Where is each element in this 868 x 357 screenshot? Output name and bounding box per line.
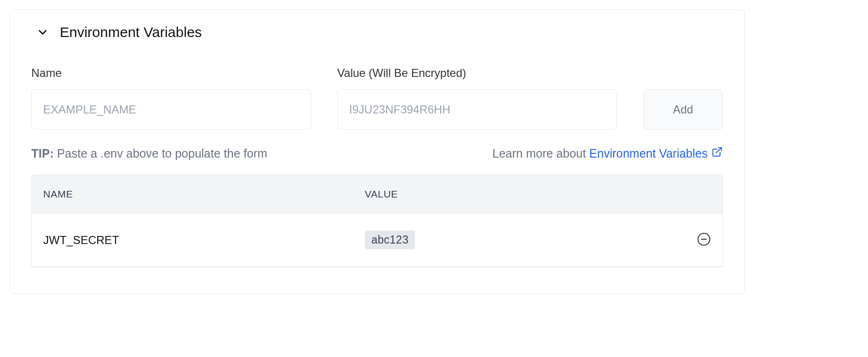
env-var-form-row: Name Value (Will Be Encrypted) Add bbox=[31, 66, 723, 130]
panel-header: Environment Variables bbox=[36, 24, 723, 40]
name-input[interactable] bbox=[31, 89, 311, 130]
tip-body: Paste a .env above to populate the form bbox=[54, 147, 267, 160]
add-button[interactable]: Add bbox=[643, 89, 723, 130]
chevron-down-icon[interactable] bbox=[36, 26, 49, 39]
name-field-label: Name bbox=[31, 66, 311, 80]
tip-row: TIP: Paste a .env above to populate the … bbox=[31, 146, 723, 160]
table-header-row: NAME VALUE bbox=[32, 175, 722, 214]
env-vars-table: NAME VALUE JWT_SECRET abc123 bbox=[31, 175, 723, 267]
env-vars-docs-link[interactable]: Environment Variables bbox=[589, 146, 723, 160]
value-field-group: Value (Will Be Encrypted) bbox=[337, 66, 617, 130]
env-vars-panel: Environment Variables Name Value (Will B… bbox=[9, 9, 745, 294]
external-link-icon bbox=[711, 146, 723, 160]
remove-button[interactable] bbox=[697, 232, 711, 248]
learn-more-text: Learn more about Environment Variables bbox=[492, 146, 723, 160]
learn-more-link-text: Environment Variables bbox=[589, 147, 708, 160]
name-field-group: Name bbox=[31, 66, 311, 130]
tip-label: TIP: bbox=[31, 147, 54, 160]
table-header-value: VALUE bbox=[365, 188, 711, 200]
value-pill: abc123 bbox=[365, 231, 415, 249]
row-action-cell bbox=[683, 232, 711, 248]
value-input[interactable] bbox=[337, 89, 617, 130]
table-row: JWT_SECRET abc123 bbox=[32, 214, 722, 267]
panel-title: Environment Variables bbox=[60, 24, 202, 40]
tip-text: TIP: Paste a .env above to populate the … bbox=[31, 147, 268, 160]
table-header-name: NAME bbox=[43, 188, 365, 200]
value-field-label: Value (Will Be Encrypted) bbox=[337, 66, 617, 80]
learn-more-prefix: Learn more about bbox=[492, 147, 589, 160]
svg-line-0 bbox=[716, 148, 721, 153]
minus-circle-icon bbox=[697, 232, 711, 248]
row-value-cell: abc123 bbox=[365, 231, 683, 249]
row-name-cell: JWT_SECRET bbox=[43, 234, 365, 247]
